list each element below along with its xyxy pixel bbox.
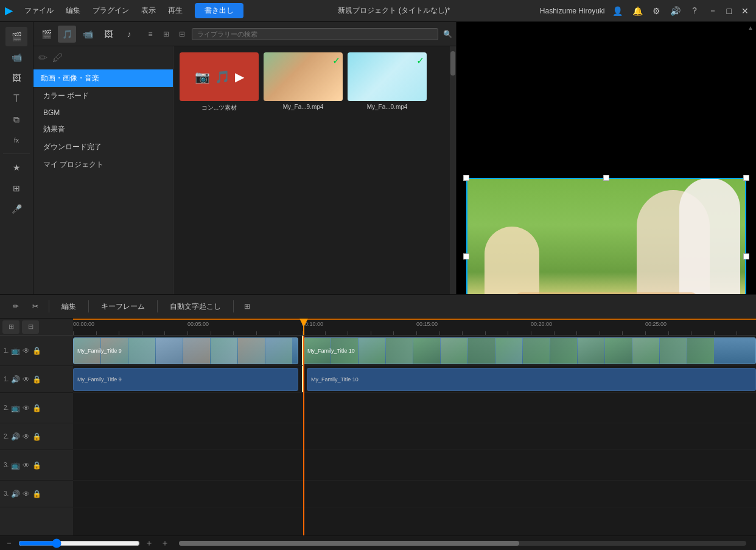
track-eye-2a[interactable]: 👁 <box>23 432 30 441</box>
search-icon[interactable]: 🔍 <box>443 30 452 38</box>
sidebar-item-effects[interactable]: 効果音 <box>33 121 173 138</box>
maximize-icon[interactable]: □ <box>724 5 734 17</box>
handle-ml[interactable] <box>463 253 469 259</box>
sidebar-item-bgm[interactable]: BGM <box>33 105 173 121</box>
tab-all[interactable]: 🎬 <box>37 26 55 43</box>
track-lock-3a[interactable]: 🔒 <box>32 490 41 498</box>
view-grid-small[interactable]: ⊞ <box>159 27 173 41</box>
zoom-slider[interactable] <box>18 538 140 548</box>
media-scrollbar-thumb[interactable] <box>450 51 455 76</box>
tl-tab-edit[interactable]: 編集 <box>54 299 83 314</box>
track-eye-1a[interactable]: 👁 <box>23 375 30 384</box>
clip-1a-1[interactable]: My_Family_Title 9 <box>73 368 298 391</box>
export-button[interactable]: 書き出し <box>195 3 243 18</box>
tab-image[interactable]: 🖼 <box>99 26 117 43</box>
timeline-scrollbar[interactable] <box>179 541 746 546</box>
view-list[interactable]: ≡ <box>143 27 158 41</box>
track-audio-icon-1[interactable]: 🔊 <box>11 375 20 384</box>
clip-1a-2[interactable]: My_Family_Title 10 <box>307 368 756 391</box>
menu-play[interactable]: 再生 <box>163 3 187 18</box>
track-row-2a[interactable] <box>73 423 756 450</box>
tab-music[interactable]: ♪ <box>120 26 138 43</box>
track-label-3a: 3. 🔊 👁 🔒 <box>0 481 73 507</box>
tool-grid[interactable]: ⊞ <box>5 178 27 198</box>
track-video-icon-1[interactable]: 📺 <box>11 347 20 355</box>
handle-tr[interactable] <box>743 175 749 181</box>
zoom-out-btn[interactable]: － <box>5 538 13 549</box>
clip-1v-2[interactable]: My_Family_Title 10 <box>303 337 756 364</box>
timeline-fitview-btn[interactable]: ⊞ <box>2 320 19 334</box>
menu-edit[interactable]: 編集 <box>61 3 85 18</box>
tl-tab-autosub[interactable]: 自動文字起こし <box>163 299 228 314</box>
scroll-up-arrow[interactable]: ▲ <box>747 24 754 31</box>
media-item-2[interactable]: ✓ My_Fa...0.mp4 <box>348 52 427 112</box>
track-eye-3v[interactable]: 👁 <box>23 461 30 470</box>
tool-fx[interactable]: fx <box>5 130 27 150</box>
timeline-scrollbar-thumb[interactable] <box>179 541 519 546</box>
timeline-area: ✏ ✂ 編集 キーフレーム 自動文字起こし ⊞ ⊞ ⊟ 00:00:00 00:… <box>0 294 756 550</box>
menu-view[interactable]: 表示 <box>136 3 161 18</box>
clip-1v-1[interactable]: My_Family_Title 9 <box>73 337 298 364</box>
notification-icon[interactable]: 🔔 <box>630 5 645 17</box>
tl-layout-btn[interactable]: ⊞ <box>239 298 256 315</box>
tl-pen-tool[interactable]: ✏ <box>7 298 24 315</box>
track-audio-icon-2[interactable]: 🔊 <box>11 432 20 441</box>
minimize-icon[interactable]: － <box>706 4 719 18</box>
sidebar-item-downloads[interactable]: ダウンロード完了 <box>33 138 173 156</box>
track-audio-icon-3[interactable]: 🔊 <box>11 490 20 498</box>
track-eye-2v[interactable]: 👁 <box>23 404 30 412</box>
search-input[interactable] <box>192 28 438 40</box>
tool-video[interactable]: 📹 <box>5 48 27 67</box>
add-track-btn[interactable]: ＋ <box>161 538 169 549</box>
ruler-mark-0: 00:00:00 <box>73 321 94 327</box>
track-row-3a[interactable] <box>73 481 756 507</box>
handle-tl[interactable] <box>463 175 469 181</box>
tool-text[interactable]: T <box>5 89 27 108</box>
sidebar-item-myproject[interactable]: マイ プロジェクト <box>33 156 173 174</box>
track-lock-1v[interactable]: 🔒 <box>32 347 41 355</box>
track-row-1v[interactable]: My_Family_Title 9 <box>73 336 756 366</box>
user-name: Hashizume Hiroyuki <box>540 7 605 15</box>
handle-tm[interactable] <box>603 175 609 181</box>
media-item-1[interactable]: ✓ My_Fa...9.mp4 <box>264 52 343 112</box>
timeline-zoom-btn[interactable]: ⊟ <box>22 320 39 334</box>
tl-tab-keyframe[interactable]: キーフレーム <box>94 299 152 314</box>
track-eye-3a[interactable]: 👁 <box>23 490 30 498</box>
track-eye-1v[interactable]: 👁 <box>23 347 30 355</box>
media-label-0: コン...ツ素材 <box>201 104 237 112</box>
menu-file[interactable]: ファイル <box>19 3 58 18</box>
menu-plugin[interactable]: プラグイン <box>88 3 134 18</box>
close-icon[interactable]: ✕ <box>739 5 751 17</box>
tool-media[interactable]: 🎬 <box>5 27 27 46</box>
track-video-icon-3[interactable]: 📺 <box>11 461 20 470</box>
view-grid-large[interactable]: ⊟ <box>175 27 189 41</box>
tl-scissors-tool[interactable]: ✂ <box>27 298 44 315</box>
track-num-3v: 3. <box>4 462 9 468</box>
track-lock-3v[interactable]: 🔒 <box>32 461 41 470</box>
sidebar-header-media[interactable]: 動画・画像・音楽 <box>33 69 173 87</box>
tool-mic[interactable]: 🎤 <box>5 199 27 219</box>
tool-overlay[interactable]: ⧉ <box>5 110 27 129</box>
tool-star[interactable]: ★ <box>5 158 27 177</box>
help-icon[interactable]: ？ <box>688 4 701 18</box>
track-lock-2v[interactable]: 🔒 <box>32 404 41 412</box>
track-video-icon-2[interactable]: 📺 <box>11 404 20 412</box>
track-row-3v[interactable] <box>73 450 756 481</box>
zoom-in-btn[interactable]: ＋ <box>145 538 153 549</box>
sidebar-item-colorboard[interactable]: カラー ボード <box>33 87 173 105</box>
track-label-3v: 3. 📺 👁 🔒 <box>0 450 73 481</box>
volume-icon[interactable]: 🔊 <box>668 5 683 17</box>
tab-video[interactable]: 📹 <box>79 26 97 43</box>
media-item-0[interactable]: 📷🎵▶ コン...ツ素材 <box>180 52 259 112</box>
track-row-2v[interactable] <box>73 393 756 423</box>
view-toggle: ≡ ⊞ ⊟ <box>143 27 189 41</box>
track-row-1a[interactable]: My_Family_Title 9 My_Family_Title 10 <box>73 366 756 393</box>
track-lock-2a[interactable]: 🔒 <box>32 432 41 441</box>
tab-audio[interactable]: 🎵 <box>58 26 76 43</box>
user-icon[interactable]: 👤 <box>610 5 625 17</box>
handle-mr[interactable] <box>743 253 749 259</box>
tool-image[interactable]: 🖼 <box>5 68 27 88</box>
tl-separator2 <box>88 300 89 312</box>
settings-icon[interactable]: ⚙ <box>650 5 663 17</box>
track-lock-1a[interactable]: 🔒 <box>32 375 41 384</box>
